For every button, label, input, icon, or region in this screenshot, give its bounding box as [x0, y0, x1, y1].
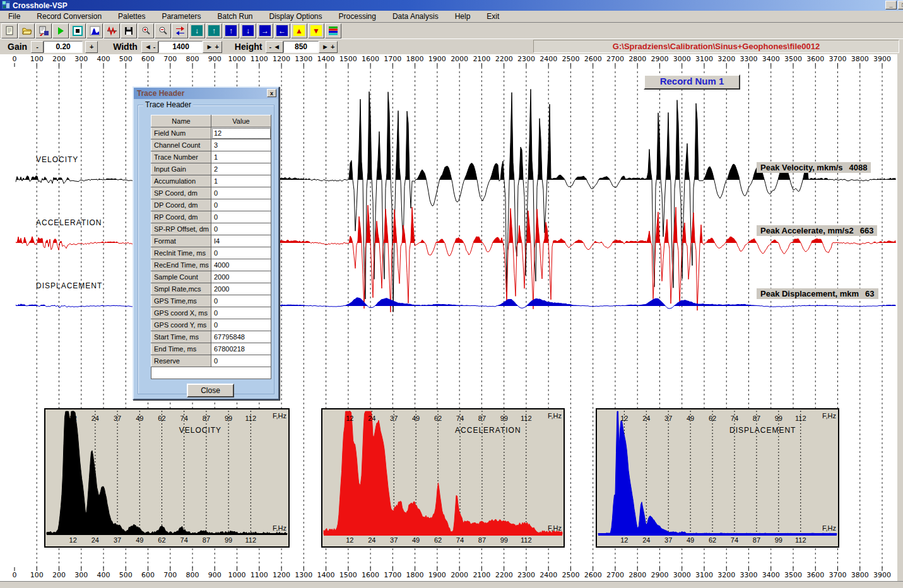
menu-item-record-conversion[interactable]: Record Conversion	[28, 12, 110, 21]
field-value-cell[interactable]: 0	[211, 223, 271, 235]
arrow-up-teal-button[interactable]: ↑	[206, 23, 222, 38]
ruler-tick-label: 700	[163, 55, 177, 63]
freq-tick-label: 49	[687, 536, 694, 544]
field-value-cell[interactable]: 67800218	[211, 343, 271, 355]
amplitude-histogram-button[interactable]	[86, 23, 103, 38]
menu-item-help[interactable]: Help	[447, 12, 479, 21]
field-value-cell[interactable]: 0	[211, 211, 271, 223]
menu-item-data-analysis[interactable]: Data Analysis	[384, 12, 447, 21]
ruler-tick-label: 3400	[762, 55, 780, 63]
maximize-button[interactable]: □	[898, 1, 903, 9]
close-button[interactable]: Close	[187, 384, 234, 397]
zoom-in-button[interactable]	[138, 23, 154, 38]
table-row: Channel Count3	[151, 139, 271, 151]
zoom-in-icon	[140, 25, 151, 36]
width-increase-button[interactable]: ► +	[203, 41, 221, 53]
height-value[interactable]: 850	[283, 41, 319, 53]
freq-unit-label: F,Hz	[273, 524, 286, 532]
field-value-cell[interactable]: I4	[211, 235, 271, 247]
table-row: GPS coord X, ms0	[151, 307, 271, 319]
save-as-record-button[interactable]	[35, 23, 52, 38]
stop-button[interactable]	[69, 23, 86, 38]
application-window: Crosshole-VSP _ □ FileRecord ConversionP…	[0, 0, 903, 588]
ruler-tick-label: 1000	[228, 55, 246, 63]
width-decrease-button[interactable]: ◄ -	[141, 41, 159, 53]
field-value-cell[interactable]: 2000	[211, 271, 271, 283]
height-decrease-button[interactable]: - ◄	[266, 41, 283, 53]
spectrum-series-label: DISPLACEMENT	[729, 426, 796, 435]
field-value-cell[interactable]: 4000	[211, 259, 271, 271]
freq-tick-label: 62	[709, 415, 716, 422]
table-row: Smpl Rate,mcs2000	[151, 283, 271, 295]
freq-tick-label: 62	[709, 536, 716, 544]
dialog-titlebar[interactable]: Trace Header x	[134, 88, 278, 99]
menu-item-exit[interactable]: Exit	[478, 12, 507, 21]
arrow-left-blue-button[interactable]: ←	[274, 23, 290, 38]
table-row: RecInit Time, ms0	[151, 247, 271, 259]
window-titlebar: Crosshole-VSP _ □	[0, 0, 903, 11]
triangle-down-button[interactable]: ▼	[308, 23, 324, 38]
ruler-tick-label: 3700	[829, 571, 846, 579]
arrow-up-blue-button[interactable]: ↑	[223, 23, 239, 38]
play-button[interactable]	[52, 23, 69, 38]
arrow-right-blue-button[interactable]: →	[257, 23, 273, 38]
ruler-tick-label: 3900	[873, 571, 891, 579]
save-button[interactable]	[121, 23, 137, 38]
menu-item-processing[interactable]: Processing	[331, 12, 384, 21]
freq-tick-label: 74	[180, 536, 188, 544]
gain-increase-button[interactable]: +	[85, 41, 98, 53]
menu-item-parameters[interactable]: Parameters	[153, 12, 209, 21]
new-document-button[interactable]	[1, 23, 18, 38]
menu-item-display-options[interactable]: Display Options	[261, 12, 331, 21]
spectrum-panel-acceleration: 12122424373749496262747487879999112112F,…	[321, 408, 565, 548]
triangle-up-button[interactable]: ▲	[291, 23, 307, 38]
freq-tick-label: 49	[136, 415, 143, 422]
freq-tick-label: 12	[69, 415, 77, 422]
field-value-cell[interactable]: 2000	[211, 283, 271, 295]
field-name-cell: GPS Time,ms	[151, 295, 211, 307]
field-value-cell[interactable]: 1	[211, 151, 271, 163]
field-value-cell[interactable]: 0	[211, 199, 271, 211]
ruler-tick-label: 1400	[317, 571, 335, 579]
menu-item-batch-run[interactable]: Batch Run	[209, 12, 261, 21]
ruler-tick-label: 1600	[362, 55, 379, 63]
arrow-down-blue-button[interactable]: ↓	[240, 23, 256, 38]
gain-decrease-button[interactable]: -	[31, 41, 44, 53]
table-row: Sample Count2000	[151, 271, 271, 283]
open-folder-icon	[21, 25, 32, 36]
field-value-cell[interactable]: 0	[211, 187, 271, 199]
palette-button[interactable]	[325, 23, 341, 38]
table-row: GPS coord Y, ms0	[151, 319, 271, 331]
freq-tick-label: 99	[500, 536, 508, 544]
gain-value[interactable]: 0.20	[44, 41, 83, 53]
file-path: G:\Spradziens\Calibration\Sinus+Geophone…	[533, 40, 899, 53]
field-value-cell[interactable]: 12	[211, 127, 271, 139]
waveform-button[interactable]	[103, 23, 120, 38]
field-value-cell[interactable]: 0	[211, 355, 271, 367]
field-value-cell[interactable]: 67795848	[211, 331, 271, 343]
minimize-button[interactable]: _	[885, 1, 897, 9]
field-value-cell[interactable]: 2	[211, 163, 271, 175]
swap-traces-button[interactable]	[172, 23, 188, 38]
width-value[interactable]: 1400	[158, 41, 203, 53]
toolbar-icons: ↓↑↑↓→←▲▼	[0, 23, 903, 39]
menu-item-file[interactable]: File	[0, 12, 28, 21]
field-value-cell[interactable]: 0	[211, 307, 271, 319]
zoom-out-button[interactable]	[155, 23, 171, 38]
field-value-cell[interactable]: 3	[211, 139, 271, 151]
field-name-cell: Smpl Rate,mcs	[151, 283, 211, 295]
ruler-tick-label: 1500	[339, 571, 357, 579]
dialog-close-icon[interactable]: x	[267, 89, 276, 97]
trace-label-displacement: DISPLACEMENT	[36, 281, 102, 290]
arrow-down-teal-button[interactable]: ↓	[189, 23, 205, 38]
freq-tick-label: 112	[521, 536, 532, 544]
field-value-cell[interactable]: 0	[211, 295, 271, 307]
field-value-cell[interactable]: 1	[211, 175, 271, 187]
open-folder-button[interactable]	[18, 23, 35, 38]
menu-item-palettes[interactable]: Palettes	[110, 12, 153, 21]
column-header-name: Name	[151, 115, 211, 127]
height-increase-button[interactable]: ► +	[319, 41, 338, 53]
freq-tick-label: 49	[136, 536, 143, 544]
field-value-cell[interactable]: 0	[211, 247, 271, 259]
field-value-cell[interactable]: 0	[211, 319, 271, 331]
